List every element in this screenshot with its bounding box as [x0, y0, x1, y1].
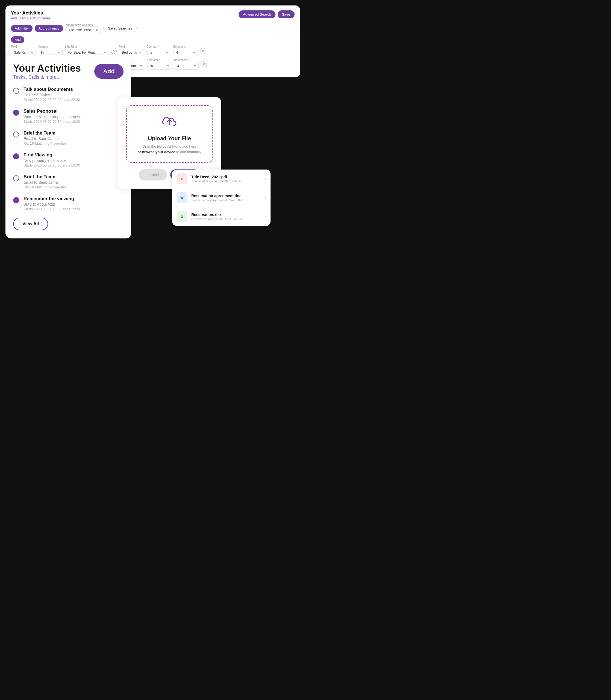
cancel-button[interactable]: Cancel	[139, 169, 167, 180]
files-card: PTitle Deed_2021.pdfTitle Deed Document …	[172, 170, 270, 226]
file-name: Reservation agreement.doc	[191, 194, 261, 198]
search-panel-actions: Advanced Search Save	[239, 10, 295, 18]
activities-title-group: Your Activities Tasks, Calls & more...	[13, 63, 81, 80]
activity-dot-wrap	[13, 154, 19, 169]
bathrooms-value-wrap: Bathrooms * 3	[174, 59, 199, 70]
view-all-button[interactable]: View All	[13, 218, 48, 230]
activity-dot	[13, 175, 19, 181]
activity-dot-wrap	[13, 110, 19, 125]
activity-list: Talk about DocumentsCall XYZ StylesStart…	[13, 87, 123, 211]
activity-line	[16, 183, 16, 191]
saved-searches-button[interactable]: Saved Searches	[103, 25, 137, 32]
svg-text:X: X	[181, 215, 183, 219]
activity-name: First Viewing	[24, 152, 123, 158]
activity-content: Sales PeoposalWrite up & send proposal f…	[24, 108, 123, 123]
file-icon-pdf: P	[177, 173, 188, 184]
add-filter-button[interactable]: Add Filter	[11, 25, 32, 32]
activity-desc: New property in strovolos	[24, 158, 123, 163]
activity-name: Sales Peoposal	[24, 108, 123, 114]
activity-item: Talk about DocumentsCall XYZ StylesStart…	[13, 87, 123, 108]
search-panel-title-group: Your Activities Add, View & edit propert…	[11, 10, 50, 20]
close-row1b-btn[interactable]: ✕	[200, 48, 206, 54]
activity-desc: SMS to Abdul Aziz	[24, 202, 123, 206]
chevron-right-icon: ›	[265, 214, 266, 219]
activity-content: Brief the TeamEmail to Saud JamaliRe: 16…	[24, 174, 123, 189]
close-row2b-btn[interactable]: ✕	[201, 61, 207, 67]
activity-item: Brief the TeamEmail to Saud JamaliRe: 16…	[13, 130, 123, 152]
activity-dot	[13, 154, 19, 159]
activities-card-title: Your Activities	[13, 63, 81, 74]
field2-label: Field *	[119, 45, 144, 48]
add-summary-button[interactable]: Add Summary	[35, 25, 63, 32]
file-item[interactable]: XReservation.xlsxReservation Agreement |…	[172, 207, 270, 226]
activity-line	[16, 95, 16, 103]
operator2-label: Operator *	[147, 45, 171, 48]
file-info: Reservation agreement.docSupplementary A…	[191, 194, 261, 202]
activity-dot	[13, 132, 19, 137]
and-label-wrap: And	[11, 37, 295, 45]
bathrooms-operator-select[interactable]: Is	[147, 62, 172, 70]
activity-item: Remember the viewingSMS to Abdul AzizSta…	[13, 196, 123, 211]
bedrooms-label: Bedrooms *	[173, 45, 198, 48]
activity-line	[16, 138, 16, 147]
activity-time: Starts 2020.05.02 16:30 ends 19:30	[24, 207, 123, 211]
value1-label: Sale Rent *	[65, 45, 108, 48]
activity-content: First ViewingNew property in strovolosSt…	[24, 152, 123, 167]
activity-time: Starts 2020.07.05 22:00 ends 22:30	[24, 98, 123, 102]
activity-content: Brief the TeamEmail to Saud JamaliRe: 16…	[24, 130, 123, 145]
filter-toolbar: Add Filter Add Summary Add/Remove Column…	[11, 24, 295, 33]
activity-content: Talk about DocumentsCall XYZ StylesStart…	[24, 87, 123, 102]
list-rental-button[interactable]: List Rental Price... +6	[65, 27, 101, 33]
chevron-right-icon: ›	[265, 195, 266, 200]
operator2-wrap: Operator * Is	[147, 45, 171, 56]
activity-item: First ViewingNew property in strovolosSt…	[13, 152, 123, 174]
activity-time: Re: 16 Matching Properties...	[24, 141, 123, 145]
activity-dot	[13, 197, 19, 203]
activity-name: Brief the Team	[24, 130, 123, 136]
activity-item: Sales PeoposalWrite up & send proposal f…	[13, 108, 123, 130]
activity-desc: Call XYZ Styles	[24, 93, 123, 97]
activities-card-subtitle: Tasks, Calls & more...	[13, 74, 81, 80]
bedrooms-value-wrap: Bedrooms * 4	[173, 45, 198, 56]
field1-label: Field *	[11, 45, 36, 48]
file-meta: Supplementary Agreement | Word, 87 kb	[191, 199, 261, 202]
advanced-search-button[interactable]: Advanced Search	[239, 10, 275, 18]
activity-time: Re: 16 Matching Properties...	[24, 185, 123, 189]
upload-desc: Drag the file you'd like to add here or …	[137, 144, 201, 155]
file-item[interactable]: WReservation agreement.docSupplementary …	[172, 188, 270, 207]
activities-card-header: Your Activities Tasks, Calls & more... A…	[13, 63, 123, 80]
activity-line	[16, 117, 16, 125]
file-info: Title Deed_2021.pdfTitle Deed Document |…	[191, 175, 261, 183]
add-activity-button[interactable]: Add	[94, 64, 123, 79]
add-remove-columns-label: Add/Remove Columns	[65, 24, 93, 27]
bathrooms-operator-wrap: Operator * Is	[147, 59, 172, 70]
file-meta: Title Deed Document | PDF, 1,299 kb	[191, 180, 261, 183]
svg-text:P: P	[181, 177, 183, 181]
file-name: Reservation.xlsx	[191, 213, 261, 217]
chevron-right-icon: ›	[265, 176, 266, 181]
bedrooms-value-select[interactable]: 4	[173, 49, 198, 56]
activity-time: Starts 2020.05.02 16:30 ends 19:30	[24, 119, 123, 123]
and-label: And	[11, 37, 24, 43]
file-meta: Reservation Agreement | Excel, 459 kb	[191, 217, 261, 221]
activity-dot-wrap	[13, 88, 19, 103]
activity-dot	[13, 88, 19, 94]
bathrooms-value-label: Bathrooms *	[174, 59, 199, 61]
upload-area[interactable]: Upload Your File Drag the file you'd lik…	[126, 105, 213, 163]
activity-desc: Email to Saud Jamali	[24, 136, 123, 141]
activity-desc: Write up & send proposal for new...	[24, 115, 123, 119]
file-icon-doc: W	[177, 192, 188, 203]
operator1-label: Operator *	[38, 45, 63, 48]
file-info: Reservation.xlsxReservation Agreement | …	[191, 213, 261, 221]
operator2-select[interactable]: Is	[147, 49, 171, 56]
close-row1-btn[interactable]: ✕	[111, 48, 117, 54]
search-panel-subtitle: Add, View & edit properties	[11, 16, 50, 20]
save-button[interactable]: Save	[278, 10, 295, 18]
file-name: Title Deed_2021.pdf	[191, 175, 261, 179]
activity-dot-wrap	[13, 175, 19, 191]
add-remove-columns-group: Add/Remove Columns List Rental Price... …	[65, 24, 101, 33]
activity-time: Starts 2020.05.02 16:30 ends 19:30	[24, 163, 123, 167]
file-item[interactable]: PTitle Deed_2021.pdfTitle Deed Document …	[172, 170, 270, 188]
bathrooms-value-select[interactable]: 3	[174, 62, 199, 70]
search-panel-header: Your Activities Add, View & edit propert…	[11, 10, 295, 20]
